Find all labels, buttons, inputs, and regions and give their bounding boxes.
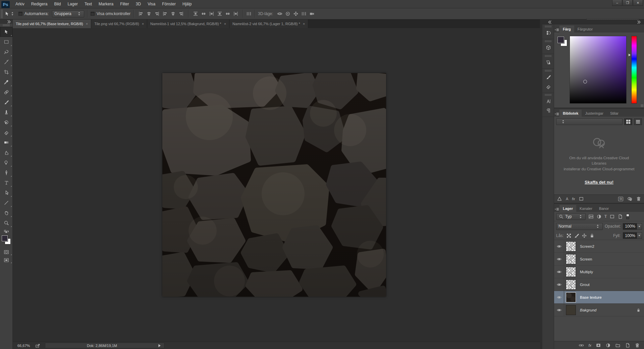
quick-mask-button[interactable] [0, 248, 13, 256]
visibility-toggle[interactable] [554, 253, 564, 265]
panel-menu-icon[interactable] [554, 111, 559, 117]
menu-visa[interactable]: Visa [144, 2, 159, 6]
autoalign-icon[interactable] [301, 11, 307, 16]
document-tab-3[interactable]: Namnlöst-1 vid 12,5% (Bakgrund, RGB/8) *… [147, 19, 229, 28]
menu-hjälp[interactable]: Hjälp [179, 2, 195, 6]
opacity-field[interactable]: 100%▾ [623, 223, 642, 230]
tool-brush[interactable] [0, 97, 13, 107]
layer-row-screen[interactable]: Screen [554, 253, 644, 266]
new-layer-icon[interactable] [625, 343, 630, 348]
distA-icon[interactable] [217, 11, 222, 16]
tool-zoom[interactable] [0, 218, 13, 228]
distB-icon[interactable] [209, 11, 214, 16]
tab-close-icon[interactable]: × [224, 22, 226, 26]
alignB-icon[interactable] [170, 11, 176, 16]
visibility-toggle[interactable] [554, 266, 564, 278]
color-sample-ring[interactable] [583, 80, 587, 83]
menu-markera[interactable]: Markera [95, 2, 117, 6]
menu-arkiv[interactable]: Arkiv [12, 2, 28, 6]
dock-panel-brush-settings[interactable] [542, 72, 554, 82]
hue-slider-arrow[interactable] [629, 54, 631, 56]
panel-menu-icon[interactable] [554, 27, 559, 33]
document-tab-2[interactable]: Tile.png vid 66,7% (RGB/8)× [91, 19, 147, 28]
status-options-arrow-icon[interactable] [157, 343, 162, 348]
tool-history-brush[interactable] [0, 117, 13, 127]
pasteboard[interactable] [13, 28, 540, 342]
tool-type[interactable] [0, 178, 13, 188]
layer-row-screen2[interactable]: Screen2 [554, 240, 644, 253]
lock-pixels-icon[interactable] [574, 233, 579, 238]
new-adjustment-layer-icon[interactable] [605, 343, 611, 348]
library-select[interactable] [556, 118, 623, 125]
dock-panel-paragraph[interactable] [542, 106, 554, 115]
tab-close-icon[interactable]: × [303, 22, 305, 26]
distB-icon[interactable] [233, 11, 238, 16]
layer-row-grout[interactable]: Grout [554, 278, 644, 291]
layer-thumbnail[interactable] [566, 267, 576, 277]
distA-icon[interactable] [193, 11, 198, 16]
alignC-icon[interactable] [154, 11, 160, 16]
collapse-panels-icon[interactable] [636, 19, 641, 25]
minimize-button[interactable]: – [612, 0, 622, 6]
tool-path-selection[interactable] [0, 188, 13, 198]
layer-row-bakgrund[interactable]: Bakgrund [554, 304, 644, 316]
menu-fönster[interactable]: Fönster [159, 2, 179, 6]
add-mask-icon[interactable] [596, 343, 601, 348]
panel-foreground-swatch[interactable] [557, 37, 564, 43]
blend-mode-select[interactable]: Normal [556, 223, 603, 230]
visibility-toggle[interactable] [554, 291, 564, 303]
alignC-icon[interactable] [178, 11, 184, 16]
canvas-image[interactable] [162, 73, 386, 297]
menu-text[interactable]: Text [81, 2, 95, 6]
document-tab-4[interactable]: Namnlöst-2 vid 66,7% (Lager 1, RGB/8) *× [229, 19, 308, 28]
tool-move[interactable] [0, 27, 13, 37]
filter-adjustment-layers-icon[interactable] [596, 214, 602, 219]
layer-thumbnail[interactable] [566, 305, 576, 315]
libraries-tab-justeringar[interactable]: Justeringar [582, 110, 606, 117]
distC-icon[interactable] [225, 11, 230, 16]
filter-smart-objects-icon[interactable] [618, 214, 623, 219]
lock-all-icon[interactable] [589, 233, 595, 238]
roll-icon[interactable] [285, 11, 290, 16]
distC-icon[interactable] [201, 11, 206, 16]
saturation-brightness-field[interactable] [570, 36, 627, 104]
tool-eraser[interactable] [0, 127, 13, 137]
stock-badge[interactable]: St [618, 197, 623, 201]
libraries-tab-stilar[interactable]: Stilar [607, 110, 622, 117]
tools-collapse[interactable] [0, 19, 12, 24]
tool-pen[interactable] [0, 168, 13, 178]
tool-crop[interactable] [0, 67, 13, 77]
layer-filter-select[interactable]: Typ [556, 213, 586, 220]
tool-dodge[interactable] [0, 158, 13, 168]
alignB-icon[interactable] [146, 11, 152, 16]
tool-rectangular-marquee[interactable] [0, 37, 13, 47]
tool-hand[interactable] [0, 208, 13, 218]
layer-row-multiply[interactable]: Multiply [554, 266, 644, 278]
layer-thumbnail[interactable] [566, 254, 576, 264]
menu-3d[interactable]: 3D [132, 2, 144, 6]
menu-filter[interactable]: Filter [117, 2, 132, 6]
fill-arrow-icon[interactable]: ▾ [637, 232, 642, 239]
trash-icon[interactable] [636, 196, 641, 201]
panel-resize-grip[interactable] [641, 104, 643, 107]
layer-row-base-texture[interactable]: Base texture [554, 291, 644, 304]
visibility-toggle[interactable] [554, 278, 564, 291]
tool-eyedropper[interactable] [0, 77, 13, 87]
tool-spot-healing[interactable] [0, 87, 13, 97]
dock-panel-info[interactable] [542, 58, 554, 67]
dock-panel-3d[interactable] [542, 43, 554, 52]
cam-icon[interactable] [309, 11, 315, 16]
libraries-tab-bibliotek[interactable]: Bibliotek [559, 110, 582, 117]
filter-pixel-layers-icon[interactable] [588, 214, 594, 219]
dock-panel-brush-presets[interactable] [542, 82, 554, 91]
document-tab-1[interactable]: Tile.psd vid 66,7% (Base texture, RGB/8)… [13, 19, 91, 28]
opacity-arrow-icon[interactable]: ▾ [637, 223, 642, 230]
menu-bild[interactable]: Bild [51, 2, 64, 6]
link-layers-icon[interactable] [579, 343, 584, 348]
dock-panel-history[interactable] [542, 28, 554, 38]
menu-lager[interactable]: Lager [64, 2, 81, 6]
alignA-icon[interactable] [162, 11, 168, 16]
restore-button[interactable]: ❐ [623, 0, 633, 6]
swap-colors-icon[interactable] [4, 229, 9, 235]
dock-panel-character[interactable] [542, 97, 554, 106]
